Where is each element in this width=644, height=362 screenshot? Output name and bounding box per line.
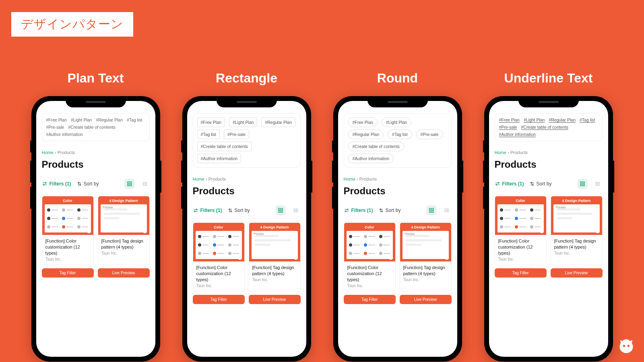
breadcrumb-home[interactable]: Home [193,177,204,181]
tag-chip[interactable]: #Regular Plan [261,117,295,127]
sort-button[interactable]: Sort by [530,181,552,187]
svg-point-19 [345,211,346,212]
product-card[interactable]: Color[Function] Color customization (12 … [344,222,396,292]
tag-chip[interactable]: #Regular Plan [549,117,576,122]
svg-point-10 [194,211,195,212]
tag-chip[interactable]: #Author information [499,132,536,137]
tag-chip[interactable]: #Regular Plan [348,130,384,139]
product-card[interactable]: 4 Design PatternPreview[Function] Tag de… [249,222,301,292]
svg-rect-4 [127,184,129,186]
grid-view-icon[interactable] [125,179,134,189]
page-title: Products [193,185,301,197]
sort-button[interactable]: Sort by [228,208,250,213]
filters-button[interactable]: Filters (1) [495,181,524,187]
breadcrumb-sep: › [55,150,56,155]
tag-list: #Free Plan#Light Plan#Regular Plan#Tag l… [495,113,603,141]
tag-chip[interactable]: #Regular Plan [96,117,123,122]
brand-icon [142,228,148,234]
product-vendor: Tsun Inc. [344,284,395,291]
list-view-icon[interactable] [593,179,603,189]
tag-chip[interactable]: #Create table of contents [197,142,252,151]
collection-toolbar: Filters (1) Sort by [193,206,301,215]
product-card[interactable]: Color[Function] Color customization (12 … [193,222,245,292]
svg-point-35 [596,185,596,185]
phone-screen: #Free Plan#Light Plan#Regular Plan#Tag l… [187,101,306,357]
list-view-icon[interactable] [291,206,301,215]
product-card-stub[interactable]: Tag Filter [344,295,396,304]
grid-view-icon[interactable] [578,179,587,189]
tag-chip[interactable]: #Light Plan [524,117,545,122]
product-card[interactable]: 4 Design PatternPreview[Function] Tag de… [551,196,603,265]
product-card-stub[interactable]: Live Preview [400,295,452,304]
product-card-stub[interactable]: Live Preview [249,295,301,304]
tag-chip[interactable]: #Pre-sale [416,130,443,139]
phone-mockup: #Free Plan#Light Plan#Regular Plan#Tag l… [333,96,462,362]
svg-point-9 [196,209,197,210]
list-view-icon[interactable] [140,179,150,189]
svg-point-34 [596,183,596,184]
breadcrumb: Home › Products [42,150,150,155]
tag-chip[interactable]: #Tag list [580,117,595,122]
tag-list: #Free Plan#Light Plan#Regular Plan#Tag l… [42,113,150,141]
tag-chip[interactable]: #Pre-sale [224,130,249,139]
page-title: Products [344,185,452,197]
product-card-stub[interactable]: Tag Filter [495,268,547,278]
product-vendor: Tsun Inc. [193,284,244,291]
tag-chip[interactable]: #Light Plan [229,117,258,127]
product-card[interactable]: Color[Function] Color customization (12 … [42,196,94,265]
svg-point-6 [143,182,143,183]
svg-rect-22 [429,211,431,212]
svg-rect-13 [278,211,280,212]
tag-chip[interactable]: #Free Plan [499,117,520,122]
breadcrumb-home[interactable]: Home [344,177,355,181]
pattern-column: Plan Text #Free Plan#Light Plan#Regular … [27,71,164,362]
svg-point-33 [596,182,596,183]
product-grid: Color[Function] Color customization (12 … [344,222,452,292]
product-title: [Function] Color customization (12 types… [344,261,395,284]
breadcrumb-home[interactable]: Home [42,150,54,155]
tag-chip[interactable]: #Create table of contents [68,125,115,130]
filters-button[interactable]: Filters (1) [42,181,71,187]
svg-point-28 [496,184,497,185]
svg-point-25 [445,210,445,210]
filters-button[interactable]: Filters (1) [344,208,373,213]
breadcrumb: Home › Products [495,150,603,155]
tag-chip[interactable]: #Tag list [127,117,142,122]
list-view-icon[interactable] [442,206,452,215]
tag-chip[interactable]: #Tag list [197,130,220,139]
svg-rect-31 [580,184,582,186]
breadcrumb: Home › Products [344,177,452,181]
tag-chip[interactable]: #Free Plan [46,117,67,122]
svg-rect-21 [432,208,433,210]
phone-mockup: #Free Plan#Light Plan#Regular Plan#Tag l… [182,96,311,362]
tag-chip[interactable]: #Free Plan [348,117,378,127]
tag-chip[interactable]: #Author information [46,132,83,137]
slide-label: デザインパターン [11,12,133,37]
tag-chip[interactable]: #Pre-sale [499,125,517,130]
product-card[interactable]: 4 Design PatternPreview[Function] Tag de… [98,196,150,265]
sort-button[interactable]: Sort by [77,181,99,187]
tag-chip[interactable]: #Pre-sale [46,125,64,130]
tag-chip[interactable]: #Free Plan [197,117,225,127]
tag-chip[interactable]: #Create table of contents [348,142,404,151]
product-card-stub[interactable]: Live Preview [551,268,603,278]
tag-chip[interactable]: #Create table of contents [521,125,568,130]
product-card-stub[interactable]: Tag Filter [42,268,94,278]
sort-button[interactable]: Sort by [379,208,401,213]
tag-chip[interactable]: #Author information [197,154,242,163]
tag-chip[interactable]: #Light Plan [71,117,92,122]
grid-view-icon[interactable] [276,206,285,215]
breadcrumb-home[interactable]: Home [495,150,506,155]
product-card[interactable]: Color[Function] Color customization (12 … [495,196,547,265]
product-card[interactable]: 4 Design PatternPreview[Function] Tag de… [400,222,452,292]
tag-chip[interactable]: #Tag list [388,130,412,139]
product-card-stub[interactable]: Live Preview [98,268,150,278]
filters-button[interactable]: Filters (1) [193,208,222,213]
svg-point-16 [294,210,294,210]
product-card-stub[interactable]: Tag Filter [193,295,245,304]
tag-chip[interactable]: #Light Plan [382,117,412,127]
grid-view-icon[interactable] [427,206,436,215]
tag-chip[interactable]: #Author information [348,154,394,163]
product-vendor: Tsun Inc. [249,278,300,285]
pattern-column: Round #Free Plan#Light Plan#Regular Plan… [329,71,466,362]
